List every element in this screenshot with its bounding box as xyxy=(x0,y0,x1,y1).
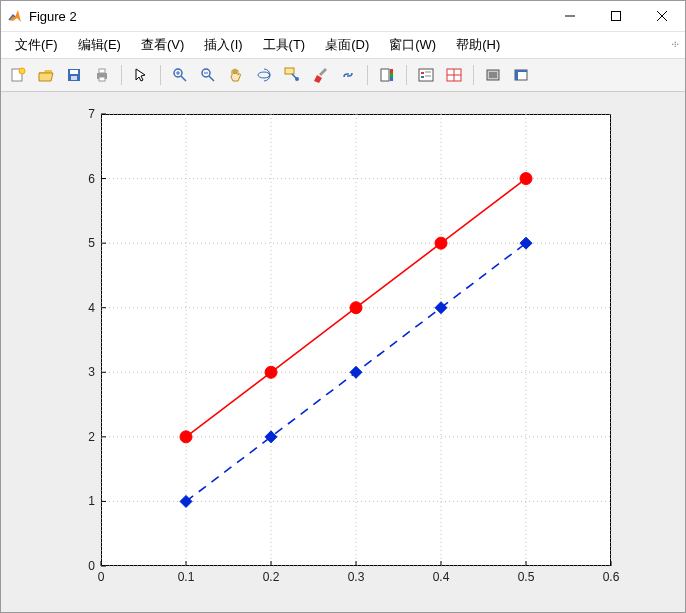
svg-rect-4 xyxy=(70,70,78,74)
y-tick-label: 6 xyxy=(88,172,95,186)
menu-view[interactable]: 查看(V) xyxy=(131,34,194,56)
insert-legend-button[interactable] xyxy=(413,62,439,88)
data-cursor-button[interactable] xyxy=(279,62,305,88)
svg-rect-0 xyxy=(612,12,621,21)
plot-svg xyxy=(101,114,611,566)
svg-rect-12 xyxy=(285,68,294,74)
new-file-icon xyxy=(10,67,26,83)
open-button[interactable] xyxy=(33,62,59,88)
insert-colorbar-button[interactable] xyxy=(374,62,400,88)
svg-rect-21 xyxy=(489,72,497,78)
y-tick-label: 2 xyxy=(88,430,95,444)
svg-rect-16 xyxy=(390,69,393,73)
colorbar-icon xyxy=(379,67,395,83)
x-tick-label: 0.5 xyxy=(518,570,535,584)
new-figure-button[interactable] xyxy=(5,62,31,88)
svg-rect-7 xyxy=(99,69,105,73)
series-marker-series1 xyxy=(350,302,362,314)
x-tick-label: 0.3 xyxy=(348,570,365,584)
toolbar xyxy=(1,59,685,92)
minimize-button[interactable] xyxy=(547,1,593,31)
rotate-3d-icon xyxy=(256,67,272,83)
plot-canvas[interactable]: 00.10.20.30.40.50.601234567 xyxy=(1,92,685,612)
svg-point-2 xyxy=(19,68,25,74)
menu-overflow-icon[interactable]: ⸭ xyxy=(672,39,679,51)
zoom-in-icon xyxy=(172,67,188,83)
layout-grid-icon xyxy=(446,67,462,83)
toolbar-separator xyxy=(367,65,368,85)
series-marker-series2 xyxy=(265,431,277,443)
toolbar-separator xyxy=(121,65,122,85)
print-icon xyxy=(94,67,110,83)
edit-plot-button[interactable] xyxy=(128,62,154,88)
x-tick-label: 0.2 xyxy=(263,570,280,584)
link-button[interactable] xyxy=(335,62,361,88)
legend-icon xyxy=(418,67,434,83)
open-folder-icon xyxy=(38,67,54,83)
svg-rect-17 xyxy=(390,73,393,77)
zoom-in-button[interactable] xyxy=(167,62,193,88)
link-icon xyxy=(340,67,356,83)
close-icon xyxy=(657,11,667,21)
series-marker-series2 xyxy=(435,302,447,314)
series-marker-series1 xyxy=(180,431,192,443)
y-tick-label: 1 xyxy=(88,494,95,508)
menu-help[interactable]: 帮助(H) xyxy=(446,34,510,56)
y-tick-label: 7 xyxy=(88,107,95,121)
svg-rect-24 xyxy=(518,70,527,72)
data-cursor-icon xyxy=(284,67,300,83)
menu-window[interactable]: 窗口(W) xyxy=(379,34,446,56)
brush-button[interactable] xyxy=(307,62,333,88)
x-tick-label: 0 xyxy=(98,570,105,584)
series-marker-series1 xyxy=(265,366,277,378)
menubar: 文件(F) 编辑(E) 查看(V) 插入(I) 工具(T) 桌面(D) 窗口(W… xyxy=(1,32,685,59)
rotate-3d-button[interactable] xyxy=(251,62,277,88)
toolbar-separator xyxy=(160,65,161,85)
maximize-button[interactable] xyxy=(593,1,639,31)
menu-desktop[interactable]: 桌面(D) xyxy=(315,34,379,56)
maximize-icon xyxy=(611,11,621,21)
svg-rect-23 xyxy=(515,70,518,80)
pan-hand-icon xyxy=(228,67,244,83)
toolbar-separator xyxy=(406,65,407,85)
toolbar-separator xyxy=(473,65,474,85)
show-tools-button[interactable] xyxy=(508,62,534,88)
series-marker-series2 xyxy=(180,495,192,507)
y-tick-label: 3 xyxy=(88,365,95,379)
save-button[interactable] xyxy=(61,62,87,88)
series-marker-series1 xyxy=(435,237,447,249)
y-tick-label: 5 xyxy=(88,236,95,250)
pointer-icon xyxy=(133,67,149,83)
menu-edit[interactable]: 编辑(E) xyxy=(68,34,131,56)
zoom-out-button[interactable] xyxy=(195,62,221,88)
titlebar: Figure 2 xyxy=(1,1,685,32)
matlab-logo-icon xyxy=(7,8,23,24)
menu-tools[interactable]: 工具(T) xyxy=(253,34,316,56)
save-icon xyxy=(66,67,82,83)
svg-rect-8 xyxy=(99,77,105,81)
x-tick-label: 0.1 xyxy=(178,570,195,584)
series-marker-series1 xyxy=(520,173,532,185)
y-tick-label: 0 xyxy=(88,559,95,573)
close-button[interactable] xyxy=(639,1,685,31)
svg-point-13 xyxy=(295,77,299,81)
hide-tools-icon xyxy=(485,67,501,83)
minimize-icon xyxy=(565,11,575,21)
figure-window: Figure 2 文件(F) 编辑(E) 查看(V) 插入(I) 工具(T) 桌… xyxy=(0,0,686,613)
x-tick-label: 0.4 xyxy=(433,570,450,584)
hide-tools-button[interactable] xyxy=(480,62,506,88)
svg-rect-14 xyxy=(381,69,389,81)
plot-area: 00.10.20.30.40.50.601234567 xyxy=(1,92,685,612)
svg-rect-18 xyxy=(419,69,433,81)
series-marker-series2 xyxy=(520,237,532,249)
pan-button[interactable] xyxy=(223,62,249,88)
x-tick-label: 0.6 xyxy=(603,570,620,584)
svg-rect-5 xyxy=(71,76,77,80)
series-marker-series2 xyxy=(350,366,362,378)
print-button[interactable] xyxy=(89,62,115,88)
show-tools-icon xyxy=(513,67,529,83)
menu-file[interactable]: 文件(F) xyxy=(5,34,68,56)
layout-grid-button[interactable] xyxy=(441,62,467,88)
menu-insert[interactable]: 插入(I) xyxy=(194,34,252,56)
y-tick-label: 4 xyxy=(88,301,95,315)
